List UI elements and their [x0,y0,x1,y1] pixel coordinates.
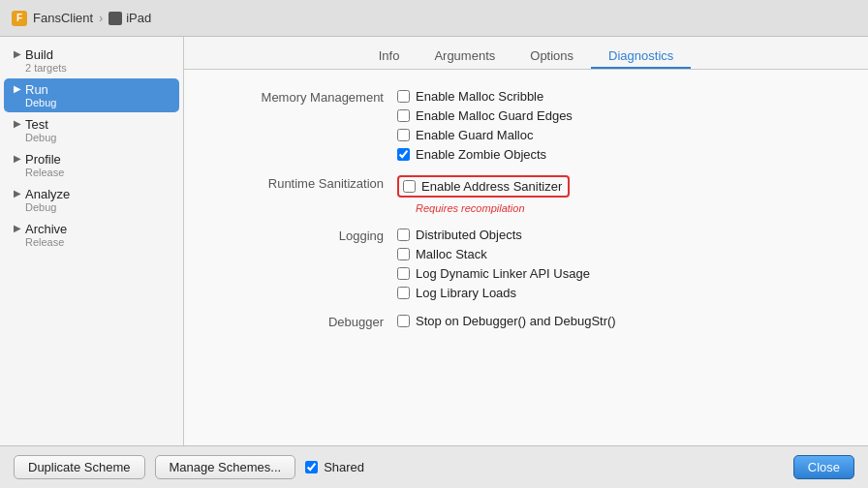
tab-diagnostics[interactable]: Diagnostics [591,45,691,69]
manage-schemes-button[interactable]: Manage Schemes... [155,455,296,479]
malloc-scribble-row[interactable]: Enable Malloc Scribble [397,89,573,104]
arrow-icon: ▶ [14,48,21,59]
dynamic-linker-row[interactable]: Log Dynamic Linker API Usage [397,266,590,281]
library-loads-row[interactable]: Log Library Loads [397,286,590,300]
debugger-options: Stop on Debugger() and DebugStr() [397,314,616,328]
main-container: ▶ Build 2 targets ▶ Run Debug ▶ Test Deb… [0,37,868,445]
logging-label: Logging [223,228,397,243]
shared-checkbox[interactable] [305,461,318,473]
sidebar-item-build[interactable]: ▶ Build 2 targets [4,44,179,77]
settings-panel: Memory Management Enable Malloc Scribble… [184,70,868,445]
arrow-icon: ▶ [14,153,21,164]
guard-malloc-checkbox[interactable] [397,129,410,141]
arrow-icon: ▶ [14,223,21,233]
tabs-bar: Info Arguments Options Diagnostics [184,37,868,70]
tab-arguments[interactable]: Arguments [417,45,512,69]
logging-section: Logging Distributed Objects Malloc Stack… [223,228,829,300]
stop-on-debugger-label: Stop on Debugger() and DebugStr() [416,314,616,328]
malloc-stack-row[interactable]: Malloc Stack [397,247,590,261]
memory-management-section: Memory Management Enable Malloc Scribble… [223,89,829,162]
memory-management-label: Memory Management [223,89,397,105]
zombie-objects-row[interactable]: Enable Zombie Objects [397,147,573,162]
app-name: FansClient [33,11,93,25]
arrow-icon: ▶ [14,118,21,129]
device-name: iPad [108,11,151,25]
malloc-guard-checkbox[interactable] [397,109,410,122]
malloc-guard-label: Enable Malloc Guard Edges [416,108,573,123]
title-bar: F FansClient › iPad [0,0,868,37]
app-icon: F [12,11,27,26]
runtime-sanitization-section: Runtime Sanitization Enable Address Sani… [223,175,829,214]
close-button[interactable]: Close [793,455,854,479]
sidebar-item-run[interactable]: ▶ Run Debug [4,78,179,112]
distributed-objects-checkbox[interactable] [397,229,410,241]
guard-malloc-label: Enable Guard Malloc [416,128,533,142]
sidebar-item-profile[interactable]: ▶ Profile Release [4,148,179,182]
bottom-bar: Duplicate Scheme Manage Schemes... Share… [0,445,868,488]
tab-options[interactable]: Options [512,45,591,69]
logging-options: Distributed Objects Malloc Stack Log Dyn… [397,228,590,300]
malloc-stack-label: Malloc Stack [416,247,487,261]
tab-info[interactable]: Info [361,45,418,69]
breadcrumb-separator: › [99,12,103,25]
duplicate-scheme-button[interactable]: Duplicate Scheme [14,455,145,479]
requires-recompile-text: Requires recompilation [397,202,570,214]
zombie-objects-checkbox[interactable] [397,148,410,161]
distributed-objects-label: Distributed Objects [416,228,522,242]
shared-row[interactable]: Shared [305,460,364,474]
sidebar-item-test[interactable]: ▶ Test Debug [4,113,179,147]
runtime-sanitization-options: Enable Address Sanitizer Requires recomp… [397,175,570,214]
guard-malloc-row[interactable]: Enable Guard Malloc [397,128,573,142]
arrow-icon: ▶ [14,83,21,94]
malloc-stack-checkbox[interactable] [397,248,410,260]
distributed-objects-row[interactable]: Distributed Objects [397,228,590,242]
address-sanitizer-label: Enable Address Sanitizer [421,179,562,194]
stop-on-debugger-checkbox[interactable] [397,315,410,327]
content-area: Info Arguments Options Diagnostics Memor… [184,37,868,445]
library-loads-label: Log Library Loads [416,286,516,300]
debugger-section: Debugger Stop on Debugger() and DebugStr… [223,314,829,329]
arrow-icon: ▶ [14,188,21,198]
address-sanitizer-checkbox[interactable] [403,180,416,193]
memory-management-options: Enable Malloc Scribble Enable Malloc Gua… [397,89,573,162]
library-loads-checkbox[interactable] [397,287,410,299]
stop-on-debugger-row[interactable]: Stop on Debugger() and DebugStr() [397,314,616,328]
malloc-scribble-label: Enable Malloc Scribble [416,89,543,104]
runtime-sanitization-label: Runtime Sanitization [223,175,397,191]
dynamic-linker-checkbox[interactable] [397,267,410,280]
ipad-icon [108,12,122,25]
address-sanitizer-row[interactable]: Enable Address Sanitizer [397,175,570,198]
dynamic-linker-label: Log Dynamic Linker API Usage [416,266,590,281]
malloc-guard-row[interactable]: Enable Malloc Guard Edges [397,108,573,123]
sidebar-item-analyze[interactable]: ▶ Analyze Debug [4,183,179,217]
sidebar: ▶ Build 2 targets ▶ Run Debug ▶ Test Deb… [0,37,184,445]
sidebar-item-archive[interactable]: ▶ Archive Release [4,218,179,252]
zombie-objects-label: Enable Zombie Objects [416,147,546,162]
debugger-label: Debugger [223,314,397,329]
malloc-scribble-checkbox[interactable] [397,90,410,103]
shared-label: Shared [324,460,364,474]
